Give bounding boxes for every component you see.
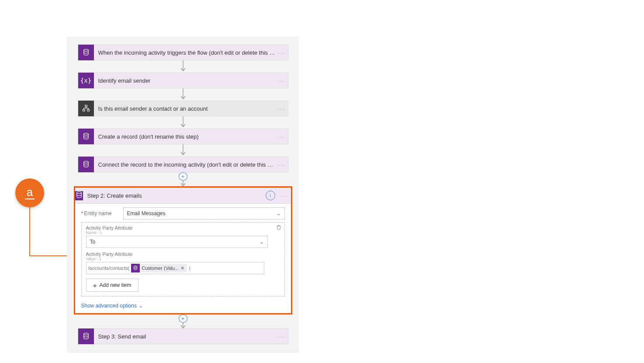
condition-icon — [78, 101, 94, 116]
attr-value-suffix: ) — [189, 265, 190, 271]
plus-icon: + — [93, 282, 97, 289]
database-icon — [78, 45, 94, 60]
entity-name-label: *Entity name — [81, 210, 123, 216]
entity-name-select[interactable]: Email Messages ⌄ — [123, 207, 285, 220]
step-trigger-label: When the incoming activity triggers the … — [94, 49, 276, 56]
svg-point-16 — [134, 266, 137, 267]
attr-name-sublabel: Name - 1 — [86, 230, 280, 235]
attr-value-prefix: /accounts/contacts( — [88, 265, 130, 271]
svg-rect-9 — [87, 109, 90, 111]
token-remove-button[interactable]: ✕ — [180, 265, 184, 271]
step-trigger-menu[interactable]: ··· — [276, 49, 287, 56]
database-icon — [78, 328, 94, 344]
variable-icon: {x} — [78, 73, 94, 88]
dynamic-token-customer[interactable]: Customer (Valu... ✕ — [131, 264, 187, 272]
step-create-record-label: Create a record (don't rename this step) — [94, 133, 276, 140]
attr-name-select[interactable]: To ⌄ — [86, 236, 268, 248]
insert-step-button[interactable]: + — [179, 172, 187, 181]
add-new-item-label: Add new item — [100, 282, 132, 288]
database-icon — [78, 129, 94, 144]
step2-title: Step 2: Create emails — [83, 192, 266, 199]
attr-name-value: To — [90, 239, 96, 245]
connector-arrow — [180, 88, 187, 101]
step2-menu[interactable]: ··· — [279, 192, 291, 199]
step-branch[interactable]: Is this email sender a contact or an acc… — [78, 101, 288, 116]
svg-rect-8 — [83, 109, 85, 111]
entity-name-value: Email Messages — [127, 210, 166, 216]
step-create-record-menu[interactable]: ··· — [276, 133, 288, 140]
step-trigger[interactable]: When the incoming activity triggers the … — [78, 45, 288, 60]
step-connect-record-label: Connect the record to the incoming activ… — [94, 161, 276, 168]
attr-value-sublabel: Value - 1 — [86, 257, 280, 261]
entity-name-row: *Entity name Email Messages ⌄ — [81, 207, 285, 220]
step-branch-label: Is this email sender a contact or an acc… — [94, 105, 276, 112]
insert-step-button[interactable]: + — [179, 314, 187, 323]
step3-send-email[interactable]: Step 3: Send email ··· — [78, 328, 288, 344]
attr-value-input[interactable]: /accounts/contacts( Customer (Valu... ✕ — [86, 262, 264, 274]
step-connect-record[interactable]: Connect the record to the incoming activ… — [78, 157, 288, 172]
show-advanced-options-label: Show advanced options — [81, 303, 137, 309]
database-icon — [131, 264, 140, 272]
step2-header[interactable]: Step 2: Create emails i ··· — [75, 188, 291, 204]
step3-label: Step 3: Send email — [94, 333, 276, 340]
dynamic-token-label: Customer (Valu... — [142, 265, 179, 271]
step2-create-emails-card: Step 2: Create emails i ··· *Entity name… — [74, 186, 292, 314]
svg-rect-3 — [85, 105, 87, 107]
step-identify-label: Identify email sender — [94, 77, 276, 84]
annotation-badge-underline — [25, 199, 35, 199]
flow-canvas: When the incoming activity triggers the … — [67, 37, 299, 353]
step-identify-menu[interactable]: ··· — [276, 77, 288, 84]
delete-item-button[interactable] — [275, 223, 283, 231]
svg-point-15 — [76, 192, 81, 194]
activity-party-group: Activity Party Attribute Name - 1 To ⌄ A… — [81, 222, 285, 297]
svg-point-18 — [83, 333, 88, 335]
database-icon — [75, 191, 83, 200]
info-icon[interactable]: i — [266, 191, 275, 200]
step-create-record[interactable]: Create a record (don't rename this step)… — [78, 129, 288, 144]
connector-arrow — [180, 60, 187, 73]
chevron-down-icon: ⌄ — [138, 303, 143, 309]
chevron-down-icon: ⌄ — [260, 239, 264, 245]
show-advanced-options[interactable]: Show advanced options ⌄ — [81, 303, 285, 309]
add-new-item-button[interactable]: + Add new item — [86, 279, 138, 292]
annotation-badge-letter: a — [27, 185, 33, 199]
insert-step-bottom: + — [179, 314, 187, 328]
connector-arrow — [180, 116, 187, 129]
insert-step-top: + — [179, 172, 187, 186]
annotation-badge-a: a — [15, 178, 44, 207]
attr-value-label: Activity Party Attribute — [86, 251, 280, 257]
step3-menu[interactable]: ··· — [276, 333, 288, 340]
svg-point-11 — [83, 133, 88, 136]
step-identify[interactable]: {x} Identify email sender ··· — [78, 73, 288, 88]
annotation-connector-vertical — [29, 207, 30, 256]
connector-arrow — [180, 144, 187, 157]
svg-point-13 — [83, 161, 88, 164]
chevron-down-icon: ⌄ — [277, 210, 281, 216]
attr-name-label: Activity Party Attribute — [86, 225, 280, 230]
step-branch-menu[interactable]: ··· — [276, 105, 288, 112]
svg-point-0 — [83, 49, 88, 52]
step-connect-record-menu[interactable]: ··· — [276, 161, 287, 168]
database-icon — [78, 157, 94, 172]
